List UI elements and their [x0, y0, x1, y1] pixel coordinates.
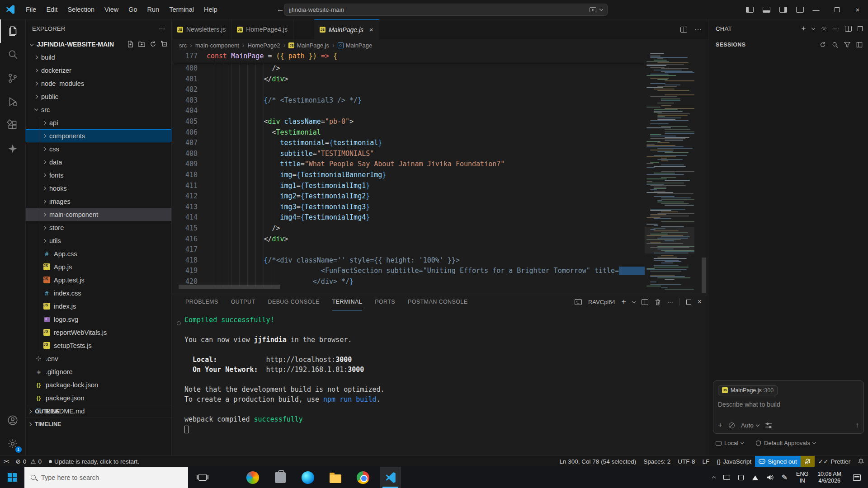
split-terminal-icon[interactable]	[642, 299, 648, 305]
run-debug-activity-icon[interactable]	[0, 90, 26, 113]
panel-tab-postman-console[interactable]: POSTMAN CONSOLE	[408, 293, 467, 310]
code-line-409[interactable]: 409 title="What People Say About Jainam …	[172, 159, 708, 170]
eol[interactable]: LF	[698, 456, 713, 467]
tree-item-src[interactable]: src	[26, 103, 171, 116]
menu-selection[interactable]: Selection	[62, 3, 99, 16]
menu-edit[interactable]: Edit	[41, 3, 62, 16]
new-folder-icon[interactable]	[138, 41, 145, 47]
close-button[interactable]: ×	[847, 0, 868, 19]
panel-more-icon[interactable]: ⋯	[667, 299, 673, 305]
code-line-401[interactable]: 401 </div>	[172, 74, 708, 85]
tree-item-images[interactable]: images	[26, 195, 171, 208]
menu-terminal[interactable]: Terminal	[164, 3, 199, 16]
toggle-panel-icon[interactable]	[763, 7, 770, 13]
tree-item-package-lock-json[interactable]: {}package-lock.json	[26, 378, 171, 391]
vscode-app-icon[interactable]	[380, 467, 401, 488]
new-chat-icon[interactable]: +	[802, 24, 806, 33]
clock[interactable]: 10:08 AM4/6/2026	[813, 471, 846, 484]
copilot-app-icon[interactable]	[242, 467, 263, 488]
minimize-button[interactable]: —	[806, 0, 826, 19]
code-line-414[interactable]: 414 img4={TestimonialImg4}	[172, 212, 708, 223]
tree-item-reportwebvitals-js[interactable]: JSreportWebVitals.js	[26, 326, 171, 339]
close-panel-icon[interactable]: ×	[698, 298, 702, 306]
tree-item-api[interactable]: api	[26, 116, 171, 129]
sessions-filter-icon[interactable]	[844, 42, 850, 48]
code-line-415[interactable]: 415 />	[172, 223, 708, 234]
copilot-signed-out[interactable]: Signed out	[755, 456, 801, 467]
action-center-icon[interactable]	[846, 474, 868, 481]
tree-item-app-js[interactable]: JSApp.js	[26, 260, 171, 273]
sessions-layout-icon[interactable]	[856, 42, 863, 48]
code-line-410[interactable]: 410 img={TestimonialBannerImg}	[172, 170, 708, 181]
tree-item-index-js[interactable]: JSindex.js	[26, 300, 171, 313]
chat-more-icon[interactable]: ⋯	[833, 25, 840, 32]
code-line-413[interactable]: 413 img3={TestimonialImg3}	[172, 202, 708, 213]
breadcrumb-symbol[interactable]: ◇ MainPage	[338, 42, 373, 49]
language-mode[interactable]: {}JavaScript	[713, 456, 755, 467]
chat-maximize-icon[interactable]	[858, 26, 863, 31]
code-line-408[interactable]: 408 subtitle="TESTIMONIALS"	[172, 149, 708, 160]
menu-file[interactable]: File	[21, 3, 41, 16]
tree-item-main-component[interactable]: main-component	[26, 208, 171, 221]
device-tray-icon[interactable]	[734, 475, 748, 480]
panel-tab-ports[interactable]: PORTS	[375, 293, 395, 310]
code-line-407[interactable]: 407 testimonial={testimonial}	[172, 138, 708, 149]
code-line-405[interactable]: 405 <div className="pb-0">	[172, 117, 708, 127]
update-notice[interactable]: Update is ready, click to restart.	[45, 456, 143, 467]
explorer-activity-icon[interactable]	[0, 19, 26, 43]
chat-history-chevron-icon[interactable]	[811, 26, 815, 29]
chat-local-dropdown[interactable]: Local	[716, 440, 744, 446]
tree-item-dockerizer[interactable]: dockerizer	[26, 64, 171, 77]
problems-indicator[interactable]: ⊘0 ⚠0	[12, 456, 45, 467]
code-line-406[interactable]: 406 <Testimonial	[172, 127, 708, 138]
start-button[interactable]	[0, 467, 24, 488]
menu-go[interactable]: Go	[123, 3, 142, 16]
search-activity-icon[interactable]	[0, 43, 26, 66]
customize-layout-icon[interactable]	[796, 7, 804, 13]
chat-input-box[interactable]: JS MainPage.js:300 Describe what to buil…	[713, 380, 864, 434]
remote-indicator[interactable]: ><	[0, 456, 12, 467]
new-file-icon[interactable]	[127, 41, 134, 47]
volume-tray-icon[interactable]	[763, 474, 778, 480]
tree-item-public[interactable]: public	[26, 90, 171, 103]
breadcrumb-src[interactable]: src	[179, 42, 187, 49]
maximize-panel-icon[interactable]	[686, 300, 691, 305]
send-icon[interactable]: ↑	[855, 421, 859, 429]
sessions-search-icon[interactable]	[832, 42, 838, 48]
settings-gear-icon[interactable]: 1	[0, 432, 26, 455]
store-app-icon[interactable]	[269, 467, 291, 488]
tree-item-logo-svg[interactable]: logo.svg	[26, 313, 171, 326]
tray-expand-chevron-icon[interactable]	[708, 475, 719, 479]
kill-terminal-icon[interactable]	[655, 299, 661, 305]
code-line-418[interactable]: 418 {/*<div className='' style={{ height…	[172, 255, 708, 266]
refresh-icon[interactable]	[150, 41, 156, 47]
cursor-position[interactable]: Ln 300, Col 78 (54 selected)	[556, 456, 640, 467]
display-tray-icon[interactable]	[719, 475, 734, 480]
tab-newsletters[interactable]: JS Newsletters.js	[172, 19, 231, 39]
tree-item-data[interactable]: data	[26, 155, 171, 169]
notifications-muted-badge[interactable]	[801, 456, 815, 467]
code-editor[interactable]: 177const MainPage = ({ path }) => { 400 …	[172, 51, 708, 293]
code-line-403[interactable]: 403 {/* <Testimonial3 /> */}	[172, 95, 708, 106]
breadcrumb-file[interactable]: JS MainPage.js	[288, 42, 329, 49]
tree-item-setuptests-js[interactable]: JSsetupTests.js	[26, 339, 171, 352]
collapse-all-icon[interactable]	[161, 41, 168, 47]
split-editor-icon[interactable]	[680, 27, 687, 33]
tree-item-app-test-js[interactable]: JSApp.test.js	[26, 273, 171, 286]
code-line-411[interactable]: 411 img1={TestimonialImg1}	[172, 181, 708, 192]
new-terminal-icon[interactable]: +	[622, 297, 626, 306]
edge-app-icon[interactable]	[297, 467, 318, 488]
chat-settings-gear-icon[interactable]	[821, 25, 827, 32]
source-control-activity-icon[interactable]	[0, 66, 26, 90]
tree-item-utils[interactable]: utils	[26, 234, 171, 247]
tree-item-fonts[interactable]: fonts	[26, 169, 171, 182]
tab-homepage4[interactable]: JS HomePage4.js	[231, 19, 293, 39]
vertical-scrollbar[interactable]	[702, 258, 706, 293]
task-view-button[interactable]	[192, 467, 213, 488]
chat-approvals-dropdown[interactable]: Default Approvals	[755, 440, 816, 446]
code-line-419[interactable]: 419 <FunFactSection subtitle="Uniting Ef…	[172, 266, 708, 277]
back-arrow-icon[interactable]: ←	[277, 5, 284, 14]
prettier-status[interactable]: ✓✓Prettier	[815, 456, 854, 467]
sessions-refresh-icon[interactable]	[820, 42, 826, 48]
code-line-402[interactable]: 402	[172, 84, 708, 95]
